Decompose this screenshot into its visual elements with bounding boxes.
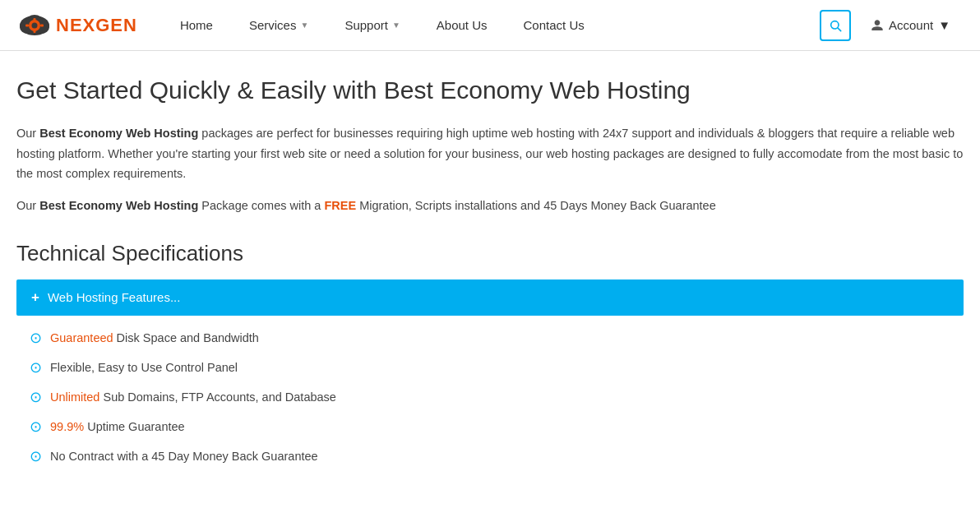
nav-home[interactable]: Home <box>162 0 231 51</box>
feature-highlight-3: Unlimited <box>50 390 99 404</box>
bold-text-2: Best Economy Web Hosting <box>39 199 198 212</box>
nav-support[interactable]: Support ▼ <box>326 0 418 51</box>
bold-text-1: Best Economy Web Hosting <box>39 127 198 140</box>
account-dropdown-arrow: ▼ <box>938 18 950 32</box>
account-icon <box>871 19 884 32</box>
check-icon-4: ⊙ <box>30 418 42 436</box>
svg-rect-9 <box>40 24 44 26</box>
svg-rect-7 <box>34 30 36 33</box>
account-button[interactable]: Account ▼ <box>858 0 964 51</box>
navbar: NEXGEN Home Services ▼ Support ▼ About U… <box>0 0 980 51</box>
svg-rect-8 <box>25 24 29 26</box>
feature-highlight-4: 99.9% <box>50 420 84 433</box>
nav-about[interactable]: About Us <box>418 0 506 51</box>
list-item: ⊙ Unlimited Sub Domains, FTP Accounts, a… <box>30 388 964 406</box>
list-item: ⊙ 99.9% Uptime Guarantee <box>30 418 964 436</box>
check-icon-2: ⊙ <box>30 358 42 376</box>
intro-paragraph-1: Our Best Economy Web Hosting packages ar… <box>16 123 964 184</box>
nav-contact[interactable]: Contact Us <box>506 0 603 51</box>
nav-links: Home Services ▼ Support ▼ About Us Conta… <box>162 0 820 51</box>
section-title: Technical Specifications <box>16 241 964 266</box>
feature-highlight-1: Guaranteed <box>50 331 113 344</box>
svg-line-11 <box>838 28 841 31</box>
support-dropdown-arrow: ▼ <box>392 21 400 30</box>
search-icon <box>829 19 842 32</box>
brand-name: NEXGEN <box>56 15 137 36</box>
svg-rect-6 <box>34 18 36 21</box>
intro-paragraph-2: Our Best Economy Web Hosting Package com… <box>16 196 964 216</box>
check-icon-1: ⊙ <box>30 329 42 347</box>
search-button[interactable] <box>820 10 851 41</box>
accordion-header[interactable]: + Web Hosting Features... <box>16 279 964 316</box>
accordion-label: Web Hosting Features... <box>48 290 180 304</box>
plus-icon: + <box>31 289 39 306</box>
list-item: ⊙ Guaranteed Disk Space and Bandwidth <box>30 329 964 347</box>
page-title: Get Started Quickly & Easily with Best E… <box>16 76 964 105</box>
check-icon-5: ⊙ <box>30 447 42 465</box>
free-label: FREE <box>324 199 356 212</box>
features-list: ⊙ Guaranteed Disk Space and Bandwidth ⊙ … <box>16 316 964 465</box>
list-item: ⊙ Flexible, Easy to Use Control Panel <box>30 358 964 376</box>
nav-right: Account ▼ <box>820 0 964 51</box>
main-content: Get Started Quickly & Easily with Best E… <box>0 51 980 465</box>
check-icon-3: ⊙ <box>30 388 42 406</box>
list-item: ⊙ No Contract with a 45 Day Money Back G… <box>30 447 964 465</box>
svg-point-5 <box>32 22 38 28</box>
logo[interactable]: NEXGEN <box>16 9 137 42</box>
nav-services[interactable]: Services ▼ <box>231 0 326 51</box>
services-dropdown-arrow: ▼ <box>300 21 308 30</box>
